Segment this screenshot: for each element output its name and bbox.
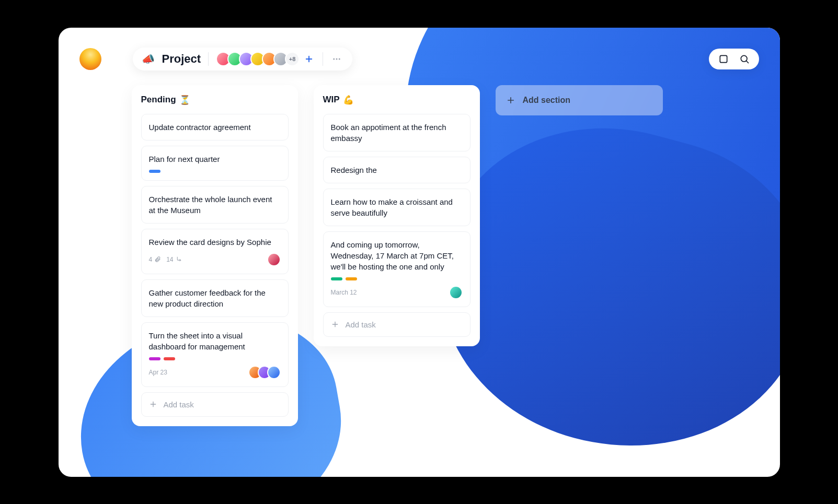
task-title: Review the card designs by Sophie <box>149 237 281 248</box>
attachment-count: 4 <box>149 256 162 263</box>
project-title: Project <box>162 52 201 66</box>
assignee-avatar[interactable] <box>267 366 281 379</box>
task-title: And coming up tomorrow, Wednesday, 17 Ma… <box>331 239 463 272</box>
task-title: Learn how to make a croissant and serve … <box>331 196 463 218</box>
more-members-badge[interactable]: +8 <box>285 52 300 66</box>
task-date: March 12 <box>331 289 357 296</box>
member-avatar-stack[interactable]: +8 <box>216 52 315 66</box>
svg-line-7 <box>746 61 748 63</box>
task-card[interactable]: Plan for next quarter <box>141 146 289 181</box>
search-icon[interactable] <box>738 53 751 65</box>
plus-icon <box>506 96 515 105</box>
add-task-label: Add task <box>164 400 194 409</box>
app-window: 📣 Project +8 <box>59 28 780 477</box>
task-title: Gather customer feedback for the new pro… <box>149 287 281 309</box>
task-card[interactable]: Redesign the <box>323 157 470 183</box>
tag-purple <box>149 357 160 360</box>
task-card[interactable]: And coming up tomorrow, Wednesday, 17 Ma… <box>323 231 470 307</box>
plus-icon <box>331 320 339 329</box>
column-title[interactable]: WIP 💪 <box>323 95 470 106</box>
add-task-button[interactable]: Add task <box>141 392 289 417</box>
task-card[interactable]: Learn how to make a croissant and serve … <box>323 189 470 226</box>
svg-point-2 <box>333 58 335 60</box>
top-bar: 📣 Project +8 <box>59 43 780 75</box>
task-title: Book an appotiment at the french embassy <box>331 122 463 144</box>
divider <box>323 52 323 66</box>
task-title: Orchestrate the whole launch event at th… <box>149 194 281 216</box>
task-card[interactable]: Update contractor agreement <box>141 114 289 140</box>
task-title: Update contractor agreement <box>149 122 281 133</box>
kanban-board: Pending ⏳ Update contractor agreement Pl… <box>132 85 759 456</box>
task-card[interactable]: Review the card designs by Sophie 4 14 <box>141 229 289 274</box>
task-card[interactable]: Turn the sheet into a visual dashboard f… <box>141 322 289 387</box>
svg-point-4 <box>339 58 340 60</box>
add-section-label: Add section <box>523 96 571 105</box>
task-card[interactable]: Book an appotiment at the french embassy <box>323 114 470 151</box>
assignee-avatar[interactable] <box>449 286 463 299</box>
megaphone-icon: 📣 <box>142 53 155 65</box>
add-task-button[interactable]: Add task <box>323 312 470 337</box>
column-title[interactable]: Pending ⏳ <box>141 95 289 106</box>
task-card[interactable]: Gather customer feedback for the new pro… <box>141 279 289 317</box>
column-title-text: Pending <box>141 95 176 105</box>
tag-red <box>164 357 175 360</box>
subtask-icon <box>176 256 182 263</box>
task-meta: 4 14 <box>149 253 281 266</box>
tag-row <box>149 170 281 173</box>
column-title-text: WIP <box>323 95 340 105</box>
add-task-label: Add task <box>346 320 376 329</box>
more-options-button[interactable] <box>330 53 343 65</box>
svg-point-3 <box>336 58 338 60</box>
tag-row <box>149 357 281 360</box>
task-date: Apr 23 <box>149 369 167 376</box>
divider <box>208 52 209 66</box>
assignee-avatar[interactable] <box>267 253 281 266</box>
svg-rect-5 <box>720 55 727 62</box>
task-title: Plan for next quarter <box>149 154 281 165</box>
task-title: Turn the sheet into a visual dashboard f… <box>149 330 281 352</box>
add-section-button[interactable]: Add section <box>496 85 663 115</box>
flexed-biceps-icon: 💪 <box>343 95 354 106</box>
task-title: Redesign the <box>331 165 463 175</box>
project-pill: 📣 Project +8 <box>133 48 353 71</box>
add-member-button[interactable] <box>303 53 315 65</box>
tag-blue <box>149 170 160 173</box>
column-pending: Pending ⏳ Update contractor agreement Pl… <box>132 85 298 426</box>
task-footer: March 12 <box>331 286 463 299</box>
plus-icon <box>149 400 157 408</box>
task-card[interactable]: Orchestrate the whole launch event at th… <box>141 186 289 224</box>
column-wip: WIP 💪 Book an appotiment at the french e… <box>314 85 480 346</box>
hourglass-icon: ⏳ <box>179 95 190 106</box>
paperclip-icon <box>154 256 161 263</box>
tag-green <box>331 277 342 280</box>
panel-icon[interactable] <box>717 53 730 65</box>
task-footer: Apr 23 <box>149 366 281 379</box>
top-right-controls <box>709 49 759 69</box>
current-user-avatar[interactable] <box>79 48 101 70</box>
tag-row <box>331 277 463 280</box>
subtask-count: 14 <box>166 256 182 263</box>
tag-orange <box>346 277 357 280</box>
